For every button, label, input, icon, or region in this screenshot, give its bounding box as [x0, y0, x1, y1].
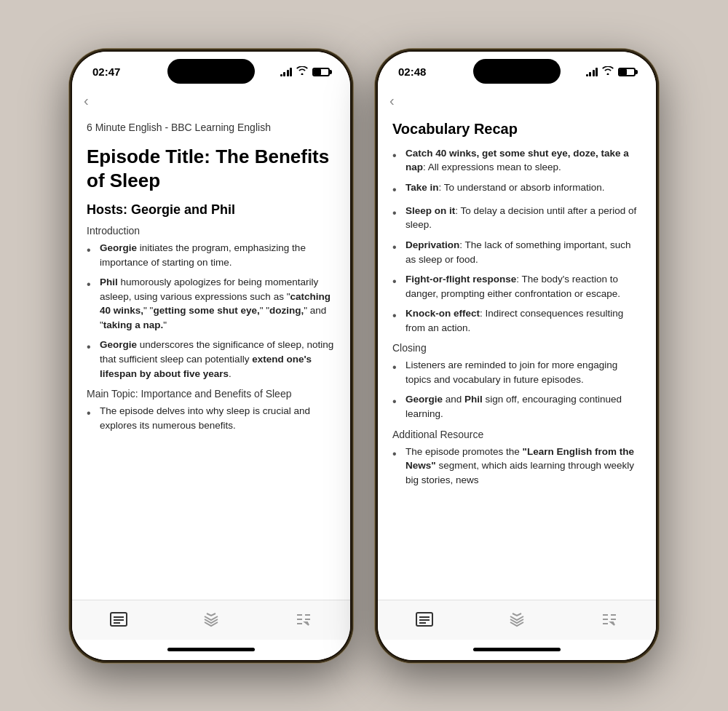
bar3	[287, 70, 289, 76]
back-button-1[interactable]: ‹	[72, 90, 350, 115]
battery-icon-2	[618, 68, 636, 76]
status-time-1: 02:47	[92, 65, 120, 78]
vocab-item-2: • Take in: To understand or absorb infor…	[392, 180, 641, 198]
additional-item-1: • The episode promotes the "Learn Englis…	[392, 445, 641, 488]
bullet-text-2: Phil humorously apologizes for being mom…	[100, 275, 336, 332]
main-bullet-1: • The episode delves into why sleep is c…	[87, 404, 336, 432]
tab-cards-2[interactable]	[494, 608, 540, 634]
vocab-item-3: • Sleep on it: To delay a decision until…	[392, 204, 641, 232]
bar3-2	[593, 70, 595, 76]
bar1-2	[586, 74, 588, 76]
phone-1: 02:47	[69, 49, 353, 663]
vocab-text-2: Take in: To understand or absorb informa…	[405, 180, 604, 195]
phone-2: 02:48	[375, 49, 659, 663]
closing-label: Closing	[392, 342, 641, 354]
cards-icon-2	[508, 611, 526, 631]
additional-list: • The episode promotes the "Learn Englis…	[392, 445, 641, 488]
wifi-icon-1	[296, 66, 308, 77]
bar2-2	[589, 72, 591, 76]
hosts-title: Hosts: Georgie and Phil	[87, 202, 336, 218]
bullet-text-3: Georgie underscores the significance of …	[100, 338, 336, 381]
vocab-text-1: Catch 40 winks, get some shut eye, doze,…	[405, 146, 641, 175]
dynamic-island-1	[167, 59, 255, 84]
main-bullet-text: The episode delves into why sleep is cru…	[100, 404, 336, 432]
vocab-text-3: Sleep on it: To delay a decision until a…	[405, 204, 641, 232]
signal-bars-1	[280, 68, 293, 76]
closing-item-2: • Georgie and Phil sign off, encouraging…	[392, 392, 641, 421]
app-title: 6 Minute English - BBC Learning English	[87, 121, 336, 135]
vocab-title: Vocabulary Recap	[392, 121, 641, 138]
back-button-2[interactable]: ‹	[378, 90, 656, 115]
tab-bar-1	[72, 600, 350, 640]
additional-label: Additional Resource	[392, 429, 641, 440]
vocab-text-5: Fight-or-flight response: The body's rea…	[405, 272, 641, 301]
signal-bars-2	[586, 68, 598, 76]
intro-bullet-list: • Georgie initiates the program, emphasi…	[87, 241, 336, 381]
vocab-item-1: • Catch 40 winks, get some shut eye, doz…	[392, 146, 641, 175]
closing-text-2: Georgie and Phil sign off, encouraging c…	[405, 392, 641, 421]
episode-title: Episode Title: The Benefits of Sleep	[87, 145, 336, 192]
notes-icon-2	[416, 612, 433, 629]
notes-icon-1	[110, 612, 127, 629]
tab-list-1[interactable]	[280, 608, 327, 634]
home-indicator-1	[72, 640, 350, 660]
battery-icon-1	[312, 68, 330, 76]
additional-text-1: The episode promotes the "Learn English …	[405, 445, 641, 488]
closing-list: • Listeners are reminded to join for mor…	[392, 358, 641, 421]
bullet-item-3: • Georgie underscores the significance o…	[87, 338, 336, 381]
list-icon-1	[295, 611, 312, 631]
main-bullet-list: • The episode delves into why sleep is c…	[87, 404, 336, 432]
closing-text-1: Listeners are reminded to join for more …	[405, 358, 641, 386]
closing-item-1: • Listeners are reminded to join for mor…	[392, 358, 641, 386]
bullet-dot-2: •	[87, 276, 97, 293]
status-bar-1: 02:47	[72, 52, 350, 90]
vocab-text-6: Knock-on effect: Indirect consequences r…	[405, 306, 641, 335]
vocab-text-4: Deprivation: The lack of something impor…	[405, 238, 641, 266]
tab-bar-2	[378, 600, 656, 640]
dynamic-island-2	[473, 59, 561, 84]
phones-container: 02:47	[69, 49, 659, 663]
bar1	[280, 74, 282, 76]
list-icon-2	[601, 611, 618, 631]
home-bar-2	[473, 648, 561, 651]
tab-notes-1[interactable]	[95, 609, 142, 632]
home-bar-1	[167, 648, 255, 651]
tab-notes-2[interactable]	[401, 609, 448, 632]
tab-list-2[interactable]	[586, 608, 633, 634]
tab-cards-1[interactable]	[188, 608, 234, 634]
main-bullet-dot: •	[87, 405, 97, 421]
screen-content-1: 6 Minute English - BBC Learning English …	[72, 115, 350, 600]
vocab-item-4: • Deprivation: The lack of something imp…	[392, 238, 641, 266]
status-icons-2	[586, 66, 636, 77]
bullet-dot-3: •	[87, 338, 97, 355]
intro-label: Introduction	[87, 225, 336, 237]
bar2	[283, 72, 285, 76]
vocab-item-5: • Fight-or-flight response: The body's r…	[392, 272, 641, 301]
bullet-item-1: • Georgie initiates the program, emphasi…	[87, 241, 336, 269]
wifi-icon-2	[602, 66, 614, 77]
home-indicator-2	[378, 640, 656, 660]
vocab-item-6: • Knock-on effect: Indirect consequences…	[392, 306, 641, 335]
bullet-dot: •	[87, 242, 97, 258]
bar4-2	[596, 68, 598, 76]
main-topic-label: Main Topic: Importance and Benefits of S…	[87, 388, 336, 400]
status-time-2: 02:48	[398, 65, 426, 78]
screen-content-2: Vocabulary Recap • Catch 40 winks, get s…	[378, 115, 656, 600]
cards-icon-1	[202, 611, 220, 631]
vocab-list: • Catch 40 winks, get some shut eye, doz…	[392, 146, 641, 335]
bullet-text-1: Georgie initiates the program, emphasizi…	[100, 241, 336, 269]
bullet-item-2: • Phil humorously apologizes for being m…	[87, 275, 336, 332]
status-icons-1	[280, 66, 331, 77]
bar4	[290, 68, 292, 76]
status-bar-2: 02:48	[378, 52, 656, 90]
